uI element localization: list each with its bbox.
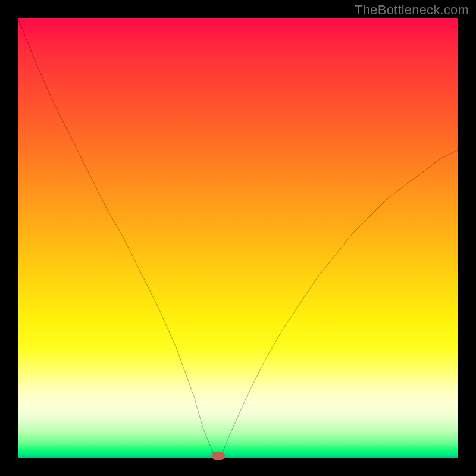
watermark-text: TheBottleneck.com [355,2,469,18]
chart-frame: TheBottleneck.com [0,0,476,476]
optimal-marker [212,452,225,460]
curve-path [18,18,458,458]
plot-area [18,18,458,458]
bottleneck-curve [18,18,458,458]
